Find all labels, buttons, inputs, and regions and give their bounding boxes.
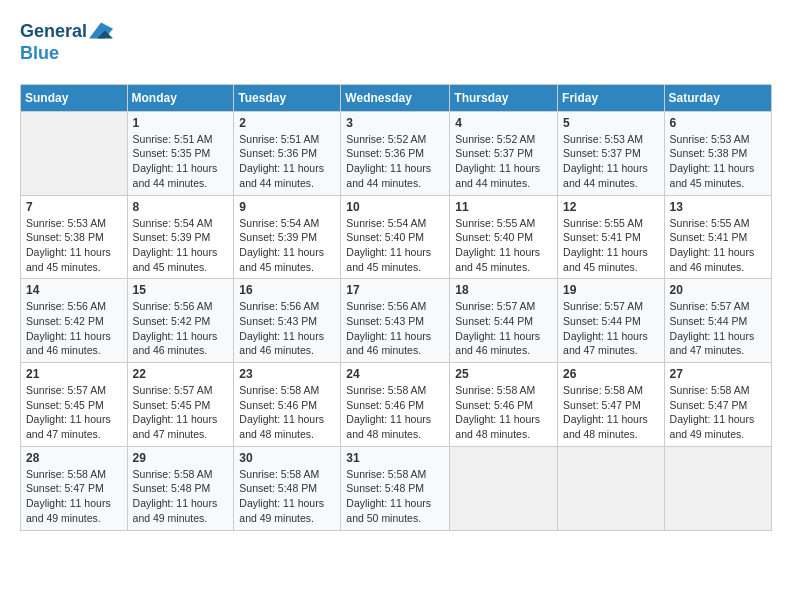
day-info: Sunrise: 5:55 AMSunset: 5:41 PMDaylight:…: [670, 216, 766, 275]
day-number: 21: [26, 367, 122, 381]
logo-line2: Blue: [20, 44, 113, 64]
day-number: 28: [26, 451, 122, 465]
day-info: Sunrise: 5:53 AMSunset: 5:37 PMDaylight:…: [563, 132, 659, 191]
calendar-cell: 6Sunrise: 5:53 AMSunset: 5:38 PMDaylight…: [664, 111, 771, 195]
calendar-cell: 11Sunrise: 5:55 AMSunset: 5:40 PMDayligh…: [450, 195, 558, 279]
calendar-cell: 20Sunrise: 5:57 AMSunset: 5:44 PMDayligh…: [664, 279, 771, 363]
day-info: Sunrise: 5:57 AMSunset: 5:44 PMDaylight:…: [455, 299, 552, 358]
calendar-cell: 15Sunrise: 5:56 AMSunset: 5:42 PMDayligh…: [127, 279, 234, 363]
calendar-cell: 4Sunrise: 5:52 AMSunset: 5:37 PMDaylight…: [450, 111, 558, 195]
header-sunday: Sunday: [21, 84, 128, 111]
day-info: Sunrise: 5:56 AMSunset: 5:43 PMDaylight:…: [346, 299, 444, 358]
day-number: 31: [346, 451, 444, 465]
day-number: 3: [346, 116, 444, 130]
header-wednesday: Wednesday: [341, 84, 450, 111]
calendar-header-row: SundayMondayTuesdayWednesdayThursdayFrid…: [21, 84, 772, 111]
calendar-cell: 28Sunrise: 5:58 AMSunset: 5:47 PMDayligh…: [21, 446, 128, 530]
calendar-cell: 5Sunrise: 5:53 AMSunset: 5:37 PMDaylight…: [558, 111, 665, 195]
calendar-cell: 23Sunrise: 5:58 AMSunset: 5:46 PMDayligh…: [234, 363, 341, 447]
day-info: Sunrise: 5:58 AMSunset: 5:46 PMDaylight:…: [346, 383, 444, 442]
day-info: Sunrise: 5:52 AMSunset: 5:37 PMDaylight:…: [455, 132, 552, 191]
calendar-cell: 13Sunrise: 5:55 AMSunset: 5:41 PMDayligh…: [664, 195, 771, 279]
calendar-cell: 2Sunrise: 5:51 AMSunset: 5:36 PMDaylight…: [234, 111, 341, 195]
header-saturday: Saturday: [664, 84, 771, 111]
day-info: Sunrise: 5:57 AMSunset: 5:45 PMDaylight:…: [26, 383, 122, 442]
day-number: 1: [133, 116, 229, 130]
calendar-week-2: 7Sunrise: 5:53 AMSunset: 5:38 PMDaylight…: [21, 195, 772, 279]
day-number: 30: [239, 451, 335, 465]
header-monday: Monday: [127, 84, 234, 111]
day-info: Sunrise: 5:55 AMSunset: 5:41 PMDaylight:…: [563, 216, 659, 275]
day-number: 16: [239, 283, 335, 297]
day-number: 7: [26, 200, 122, 214]
calendar-cell: 27Sunrise: 5:58 AMSunset: 5:47 PMDayligh…: [664, 363, 771, 447]
day-info: Sunrise: 5:58 AMSunset: 5:48 PMDaylight:…: [346, 467, 444, 526]
day-number: 11: [455, 200, 552, 214]
day-number: 24: [346, 367, 444, 381]
day-info: Sunrise: 5:56 AMSunset: 5:42 PMDaylight:…: [26, 299, 122, 358]
calendar-cell: 30Sunrise: 5:58 AMSunset: 5:48 PMDayligh…: [234, 446, 341, 530]
day-number: 25: [455, 367, 552, 381]
calendar-cell: 29Sunrise: 5:58 AMSunset: 5:48 PMDayligh…: [127, 446, 234, 530]
calendar-cell: 9Sunrise: 5:54 AMSunset: 5:39 PMDaylight…: [234, 195, 341, 279]
calendar-cell: 21Sunrise: 5:57 AMSunset: 5:45 PMDayligh…: [21, 363, 128, 447]
calendar-table: SundayMondayTuesdayWednesdayThursdayFrid…: [20, 84, 772, 531]
day-info: Sunrise: 5:56 AMSunset: 5:43 PMDaylight:…: [239, 299, 335, 358]
header-friday: Friday: [558, 84, 665, 111]
header-tuesday: Tuesday: [234, 84, 341, 111]
day-info: Sunrise: 5:58 AMSunset: 5:47 PMDaylight:…: [563, 383, 659, 442]
calendar-cell: 18Sunrise: 5:57 AMSunset: 5:44 PMDayligh…: [450, 279, 558, 363]
day-number: 13: [670, 200, 766, 214]
day-info: Sunrise: 5:58 AMSunset: 5:46 PMDaylight:…: [455, 383, 552, 442]
day-info: Sunrise: 5:51 AMSunset: 5:35 PMDaylight:…: [133, 132, 229, 191]
calendar-week-1: 1Sunrise: 5:51 AMSunset: 5:35 PMDaylight…: [21, 111, 772, 195]
calendar-cell: [558, 446, 665, 530]
day-number: 9: [239, 200, 335, 214]
day-info: Sunrise: 5:58 AMSunset: 5:48 PMDaylight:…: [133, 467, 229, 526]
calendar-cell: 1Sunrise: 5:51 AMSunset: 5:35 PMDaylight…: [127, 111, 234, 195]
calendar-cell: 14Sunrise: 5:56 AMSunset: 5:42 PMDayligh…: [21, 279, 128, 363]
day-info: Sunrise: 5:51 AMSunset: 5:36 PMDaylight:…: [239, 132, 335, 191]
day-number: 27: [670, 367, 766, 381]
calendar-cell: 24Sunrise: 5:58 AMSunset: 5:46 PMDayligh…: [341, 363, 450, 447]
day-number: 15: [133, 283, 229, 297]
calendar-cell: 8Sunrise: 5:54 AMSunset: 5:39 PMDaylight…: [127, 195, 234, 279]
day-number: 20: [670, 283, 766, 297]
header-thursday: Thursday: [450, 84, 558, 111]
day-info: Sunrise: 5:58 AMSunset: 5:47 PMDaylight:…: [670, 383, 766, 442]
day-info: Sunrise: 5:53 AMSunset: 5:38 PMDaylight:…: [26, 216, 122, 275]
calendar-cell: 16Sunrise: 5:56 AMSunset: 5:43 PMDayligh…: [234, 279, 341, 363]
day-info: Sunrise: 5:54 AMSunset: 5:39 PMDaylight:…: [239, 216, 335, 275]
logo-line1: General: [20, 20, 113, 44]
day-info: Sunrise: 5:58 AMSunset: 5:46 PMDaylight:…: [239, 383, 335, 442]
calendar-cell: 7Sunrise: 5:53 AMSunset: 5:38 PMDaylight…: [21, 195, 128, 279]
calendar-cell: 25Sunrise: 5:58 AMSunset: 5:46 PMDayligh…: [450, 363, 558, 447]
calendar-cell: [21, 111, 128, 195]
day-number: 8: [133, 200, 229, 214]
day-number: 4: [455, 116, 552, 130]
day-info: Sunrise: 5:57 AMSunset: 5:44 PMDaylight:…: [563, 299, 659, 358]
day-number: 10: [346, 200, 444, 214]
day-info: Sunrise: 5:58 AMSunset: 5:48 PMDaylight:…: [239, 467, 335, 526]
day-number: 26: [563, 367, 659, 381]
day-info: Sunrise: 5:54 AMSunset: 5:40 PMDaylight:…: [346, 216, 444, 275]
calendar-cell: 26Sunrise: 5:58 AMSunset: 5:47 PMDayligh…: [558, 363, 665, 447]
day-number: 2: [239, 116, 335, 130]
calendar-cell: 31Sunrise: 5:58 AMSunset: 5:48 PMDayligh…: [341, 446, 450, 530]
day-number: 5: [563, 116, 659, 130]
logo: General Blue: [20, 20, 113, 64]
calendar-week-5: 28Sunrise: 5:58 AMSunset: 5:47 PMDayligh…: [21, 446, 772, 530]
day-number: 12: [563, 200, 659, 214]
day-number: 6: [670, 116, 766, 130]
day-info: Sunrise: 5:55 AMSunset: 5:40 PMDaylight:…: [455, 216, 552, 275]
calendar-cell: 3Sunrise: 5:52 AMSunset: 5:36 PMDaylight…: [341, 111, 450, 195]
calendar-cell: 22Sunrise: 5:57 AMSunset: 5:45 PMDayligh…: [127, 363, 234, 447]
calendar-cell: [664, 446, 771, 530]
day-info: Sunrise: 5:56 AMSunset: 5:42 PMDaylight:…: [133, 299, 229, 358]
day-info: Sunrise: 5:57 AMSunset: 5:44 PMDaylight:…: [670, 299, 766, 358]
day-number: 14: [26, 283, 122, 297]
calendar-cell: 10Sunrise: 5:54 AMSunset: 5:40 PMDayligh…: [341, 195, 450, 279]
day-info: Sunrise: 5:54 AMSunset: 5:39 PMDaylight:…: [133, 216, 229, 275]
day-number: 19: [563, 283, 659, 297]
calendar-cell: 12Sunrise: 5:55 AMSunset: 5:41 PMDayligh…: [558, 195, 665, 279]
